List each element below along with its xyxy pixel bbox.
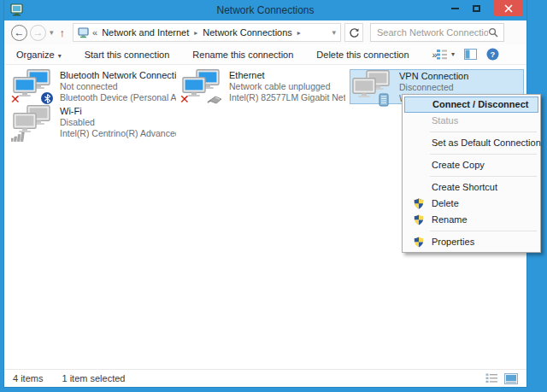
minimize-button[interactable]	[444, 0, 465, 16]
connection-name: Wi-Fi	[60, 106, 176, 117]
menu-item-create-shortcut[interactable]: Create Shortcut	[404, 179, 538, 196]
details-view-button[interactable]	[485, 373, 498, 383]
help-icon: ?	[486, 48, 499, 61]
connection-item-wifi[interactable]: Wi-Fi Disabled Intel(R) Centrino(R) Adva…	[11, 105, 176, 140]
desktop: { "glyphs": { "caret_down": "▾", "back_a…	[0, 0, 547, 392]
breadcrumb-separator-icon[interactable]: ▸	[297, 29, 301, 37]
connection-status: Disconnected	[399, 82, 468, 93]
connection-item-ethernet[interactable]: ✕ Ethernet Network cable unplugged Intel…	[180, 69, 345, 104]
menu-item-properties[interactable]: Properties	[404, 234, 538, 250]
uac-shield-icon	[414, 198, 424, 209]
wifi-connection-icon	[13, 105, 54, 139]
disconnected-x-icon: ✕	[10, 93, 21, 105]
connection-device: Intel(R) 82577LM Gigabit Network...	[229, 92, 345, 103]
menu-item-label: Properties	[432, 237, 474, 247]
maximize-icon	[473, 5, 480, 12]
connection-status: Network cable unplugged	[229, 81, 345, 92]
menu-item-rename[interactable]: Rename	[404, 212, 538, 228]
preview-pane-icon	[464, 49, 477, 60]
command-bar: Organize▾ Start this connection Rename t…	[4, 44, 526, 65]
back-icon: ←	[15, 27, 25, 38]
menu-separator	[430, 231, 537, 231]
connection-name: VPN Connection	[399, 71, 468, 82]
organize-button[interactable]: Organize▾	[16, 50, 62, 60]
title-bar: Network Connections	[4, 0, 526, 20]
large-icons-view-button[interactable]	[504, 373, 518, 384]
selection-count: 1 item selected	[62, 373, 125, 383]
connection-device: Bluetooth Device (Personal Area ...	[60, 92, 176, 103]
ethernet-plug-icon	[207, 95, 223, 105]
context-menu: Connect / Disconnect Status Set as Defau…	[402, 94, 541, 253]
connection-name: Ethernet	[229, 70, 345, 81]
recent-locations-button[interactable]: ▾	[50, 28, 54, 37]
svg-text:?: ?	[491, 50, 496, 59]
delete-connection-button[interactable]: Delete this connection	[316, 50, 409, 60]
menu-separator	[430, 132, 537, 132]
breadcrumb[interactable]: « Network and Internet ▸ Network Connect…	[73, 23, 341, 42]
items-count: 4 items	[13, 373, 43, 383]
breadcrumb-item-network-and-internet[interactable]: Network and Internet	[102, 27, 189, 38]
wifi-signal-icon	[11, 131, 26, 142]
uac-shield-icon	[414, 214, 424, 225]
refresh-icon	[349, 27, 360, 38]
bluetooth-connection-icon: ✕	[13, 69, 54, 103]
help-button[interactable]: ?	[486, 48, 499, 61]
breadcrumb-root-chevron[interactable]: «	[92, 27, 97, 38]
minimize-icon	[451, 8, 459, 9]
ethernet-connection-icon: ✕	[182, 69, 223, 103]
connection-status: Disabled	[60, 117, 176, 128]
menu-separator	[430, 176, 537, 177]
rename-connection-button[interactable]: Rename this connection	[192, 50, 293, 60]
search-icon[interactable]	[488, 27, 499, 38]
up-button[interactable]: ↑	[60, 26, 66, 39]
menu-item-status: Status	[404, 113, 538, 129]
close-button[interactable]	[494, 0, 523, 16]
address-dropdown-button[interactable]: ▾	[332, 28, 337, 37]
chevron-down-icon: ▾	[451, 50, 455, 58]
up-icon: ↑	[60, 26, 66, 39]
menu-separator	[430, 154, 537, 155]
preview-pane-button[interactable]	[464, 49, 477, 60]
menu-item-label: Rename	[432, 214, 468, 225]
connection-name: Bluetooth Network Connection	[60, 70, 176, 81]
vpn-connection-icon	[352, 70, 393, 104]
close-icon	[504, 4, 513, 13]
status-bar: 4 items 1 item selected	[4, 369, 526, 387]
back-button[interactable]: ←	[11, 25, 27, 41]
forward-icon: →	[33, 27, 44, 38]
location-icon	[78, 27, 90, 38]
uac-shield-icon	[414, 237, 424, 248]
menu-item-connect-disconnect[interactable]: Connect / Disconnect	[404, 97, 538, 113]
chevron-down-icon: ▾	[58, 52, 62, 60]
connection-item-bluetooth[interactable]: ✕ Bluetooth Network Connection Not conne…	[11, 69, 176, 104]
address-bar: ← → ▾ ↑ « Network and Internet ▸ Network…	[4, 20, 526, 44]
breadcrumb-item-network-connections[interactable]: Network Connections	[203, 27, 292, 38]
chevron-down-icon: ▾	[50, 28, 54, 37]
menu-item-set-default[interactable]: Set as Default Connection	[404, 135, 538, 151]
maximize-button[interactable]	[466, 0, 486, 16]
bluetooth-icon	[41, 92, 53, 104]
connection-status: Not connected	[60, 81, 176, 92]
disconnected-x-icon: ✕	[179, 93, 190, 105]
vpn-device-icon	[379, 93, 389, 107]
command-bar-right: ▾ ?	[436, 48, 499, 61]
menu-item-create-copy[interactable]: Create Copy	[404, 157, 538, 173]
search-input[interactable]	[377, 25, 488, 40]
organize-label: Organize	[16, 50, 55, 60]
refresh-button[interactable]	[344, 23, 363, 42]
breadcrumb-separator-icon[interactable]: ▸	[194, 29, 197, 37]
search-box	[370, 23, 504, 42]
start-connection-button[interactable]: Start this connection	[85, 50, 170, 60]
forward-button[interactable]: →	[30, 25, 46, 41]
change-view-icon	[436, 49, 448, 60]
change-view-button[interactable]: ▾	[436, 49, 455, 60]
menu-item-delete[interactable]: Delete	[404, 196, 538, 212]
menu-item-label: Delete	[432, 198, 459, 208]
connection-device: Intel(R) Centrino(R) Advanced-N ...	[60, 128, 176, 139]
